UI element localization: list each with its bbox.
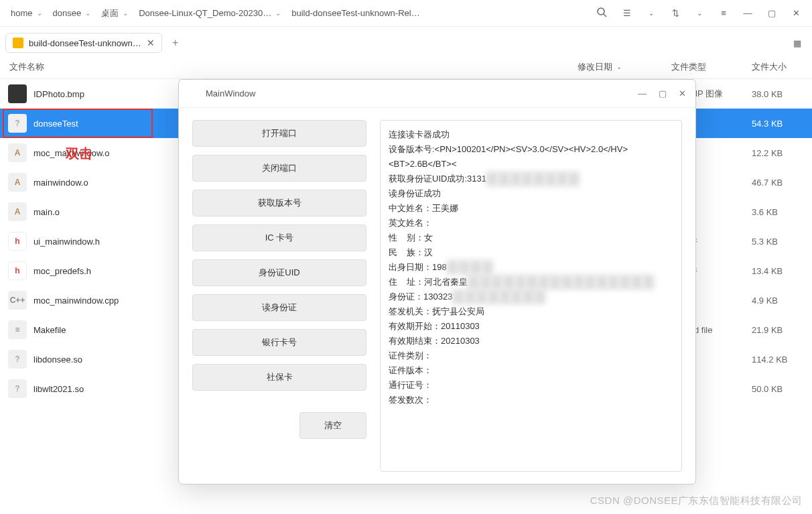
modal-button[interactable]: IC 卡号 (192, 224, 366, 251)
chevron-down-icon: ⌄ (123, 9, 128, 17)
modal-output: 连接读卡器成功设备版本号:<PN>100201</PN><SV>3.0</SV>… (380, 120, 682, 472)
modal-maximize-icon[interactable]: ▢ (659, 88, 667, 99)
svg-point-0 (598, 8, 604, 15)
file-icon: h (8, 232, 27, 251)
chevron-down-icon: ⌄ (37, 9, 42, 17)
file-icon: h (8, 261, 27, 280)
chevron-down-icon: ⌄ (275, 9, 281, 17)
breadcrumb-bar: home⌄ donsee⌄ 桌面⌄ Donsee-Linux-QT_Demo-2… (0, 0, 812, 27)
tab-bar: build-donseeTest-unknown… ✕ + ▦ (0, 27, 812, 55)
list-view-icon[interactable]: ☰ (622, 8, 632, 18)
modal-button[interactable]: 银行卡号 (192, 329, 366, 356)
file-size: 21.9 KB (752, 325, 812, 335)
crumb-donsee[interactable]: donsee⌄ (48, 5, 96, 21)
list-header: 文件名称 修改日期⌄ 文件类型 文件大小 (0, 55, 812, 79)
sort-icon[interactable]: ⇅ (670, 8, 681, 18)
crumb-build[interactable]: build-donseeTest-unknown-Rel… (286, 5, 425, 21)
col-size[interactable]: 文件大小 (752, 61, 812, 73)
tab-add-button[interactable]: + (167, 35, 184, 51)
svg-line-1 (604, 14, 606, 17)
file-icon: ? (8, 350, 27, 369)
chevron-down-icon: ⌄ (616, 63, 622, 70)
modal-button[interactable]: 关闭端口 (192, 155, 366, 182)
modal-button[interactable]: 社保卡 (192, 364, 366, 391)
search-icon[interactable] (595, 7, 608, 19)
modal-button[interactable]: 读身份证 (192, 294, 366, 321)
file-size: 5.3 KB (752, 237, 812, 247)
tab-label: build-donseeTest-unknown… (29, 38, 141, 48)
col-date[interactable]: 修改日期⌄ (578, 61, 671, 73)
file-size: 50.0 KB (752, 384, 812, 394)
file-size: 3.6 KB (752, 207, 812, 217)
tab-build[interactable]: build-donseeTest-unknown… ✕ (5, 33, 162, 53)
chevron-down-icon: ⌄ (85, 9, 90, 17)
minimize-icon[interactable]: — (742, 8, 753, 18)
file-size: 54.3 KB (752, 119, 812, 129)
file-size: 46.7 KB (752, 178, 812, 188)
tab-close-icon[interactable]: ✕ (147, 38, 155, 48)
modal-button-column: 打开端口关闭端口获取版本号IC 卡号身份证UID读身份证银行卡号社保卡清空 (192, 120, 366, 472)
file-icon: ≡ (8, 320, 27, 339)
close-icon[interactable]: ✕ (791, 8, 801, 18)
col-type[interactable]: 文件类型 (671, 61, 752, 73)
clear-button[interactable]: 清空 (299, 412, 366, 439)
file-size: 114.2 KB (752, 355, 812, 365)
file-icon: ? (8, 114, 27, 133)
layout-icon[interactable]: ▦ (793, 38, 807, 48)
modal-title-text: MainWindow (206, 88, 255, 99)
file-icon: C++ (8, 291, 27, 310)
file-icon: A (8, 173, 27, 192)
modal-button[interactable]: 获取版本号 (192, 190, 366, 216)
crumb-desktop[interactable]: 桌面⌄ (96, 5, 133, 22)
folder-icon (13, 38, 23, 48)
watermark: CSDN @DONSEE广东东信智能科技有限公司 (590, 495, 803, 507)
menu-icon[interactable]: ≡ (718, 8, 729, 18)
file-icon: ? (8, 379, 27, 398)
file-size: 12.2 KB (752, 148, 812, 158)
modal-close-icon[interactable]: ✕ (679, 88, 686, 99)
col-name[interactable]: 文件名称 (0, 61, 578, 73)
modal-titlebar[interactable]: MainWindow — ▢ ✕ (179, 80, 695, 108)
file-size: 13.4 KB (752, 266, 812, 276)
modal-mainwindow: MainWindow — ▢ ✕ 打开端口关闭端口获取版本号IC 卡号身份证UI… (178, 79, 696, 485)
maximize-icon[interactable]: ▢ (766, 8, 777, 18)
crumb-demo[interactable]: Donsee-Linux-QT_Demo-20230…⌄ (133, 5, 286, 21)
list-chevron-icon[interactable]: ⌄ (646, 9, 657, 17)
crumb-home[interactable]: home⌄ (5, 5, 48, 21)
modal-minimize-icon[interactable]: — (638, 88, 647, 99)
modal-button[interactable]: 打开端口 (192, 120, 366, 147)
file-icon (8, 84, 27, 103)
sort-chevron-icon[interactable]: ⌄ (694, 9, 705, 17)
modal-button[interactable]: 身份证UID (192, 259, 366, 286)
file-icon: A (8, 202, 27, 221)
file-size: 4.9 KB (752, 296, 812, 306)
file-icon: A (8, 143, 27, 162)
file-size: 38.0 KB (752, 89, 812, 99)
